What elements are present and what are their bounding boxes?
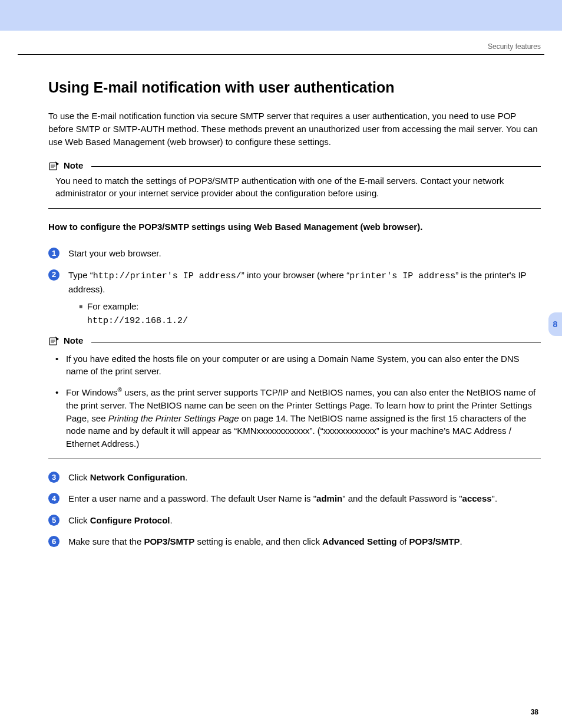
step-3-link: Network Configuration xyxy=(90,472,186,482)
running-header: Security features xyxy=(0,31,562,54)
default-username: admin xyxy=(316,493,342,503)
top-band xyxy=(0,0,562,31)
note-label: Note xyxy=(64,160,83,170)
step-2-text: Type “http://printer's IP address/” into… xyxy=(68,270,526,295)
example-url: http://192.168.1.2/ xyxy=(68,314,541,328)
page-number: 38 xyxy=(531,708,538,716)
step-6: Make sure that the POP3/SMTP setting is … xyxy=(48,535,541,549)
note-rule xyxy=(91,166,541,167)
note2-item-1: If you have edited the hosts file on you… xyxy=(53,353,541,378)
note2-label: Note xyxy=(64,334,83,348)
note2-end-rule xyxy=(48,459,541,459)
square-bullet-icon: ■ xyxy=(79,302,87,311)
page-title: Using E-mail notification with user auth… xyxy=(48,78,541,97)
step-4: Enter a user name and a password. The de… xyxy=(48,492,541,506)
step-2-placeholder: printer's IP address xyxy=(349,271,455,281)
page-content: Using E-mail notification with user auth… xyxy=(0,55,562,549)
intro-paragraph: To use the E-mail notification function … xyxy=(48,110,541,148)
advanced-setting-label: Advanced Setting xyxy=(322,536,397,546)
note-body: You need to match the settings of POP3/S… xyxy=(55,174,541,200)
note-icon xyxy=(48,335,60,346)
pop3-smtp-label: POP3/SMTP xyxy=(144,536,194,546)
cross-reference[interactable]: Printing the Printer Settings Page xyxy=(108,413,239,423)
howto-heading: How to configure the POP3/SMTP settings … xyxy=(48,220,541,233)
chapter-tab: 8 xyxy=(548,312,562,336)
step-5-link: Configure Protocol xyxy=(90,515,170,525)
pop3-smtp-label-2: POP3/SMTP xyxy=(409,536,460,546)
step-5: Click Configure Protocol. xyxy=(48,514,541,528)
step-2: Type “http://printer's IP address/” into… xyxy=(48,269,541,459)
step-2-url: http://printer's IP address/ xyxy=(93,271,242,281)
note-icon xyxy=(48,160,60,171)
note2-rule xyxy=(91,342,541,342)
default-password: access xyxy=(462,493,492,503)
step-1: Start your web browser. xyxy=(48,247,541,261)
note2-item-2: For Windows® users, as the print server … xyxy=(53,386,541,450)
note2-list: If you have edited the hosts file on you… xyxy=(53,353,541,450)
steps-list: Start your web browser. Type “http://pri… xyxy=(48,247,541,549)
step-2-example: ■For example: xyxy=(68,300,541,314)
registered-mark: ® xyxy=(118,387,122,393)
note2-header: Note xyxy=(48,334,541,348)
step-3: Click Network Configuration. xyxy=(48,471,541,485)
note-end-rule xyxy=(48,208,541,209)
note-header: Note xyxy=(48,160,541,171)
example-label: For example: xyxy=(87,301,139,311)
